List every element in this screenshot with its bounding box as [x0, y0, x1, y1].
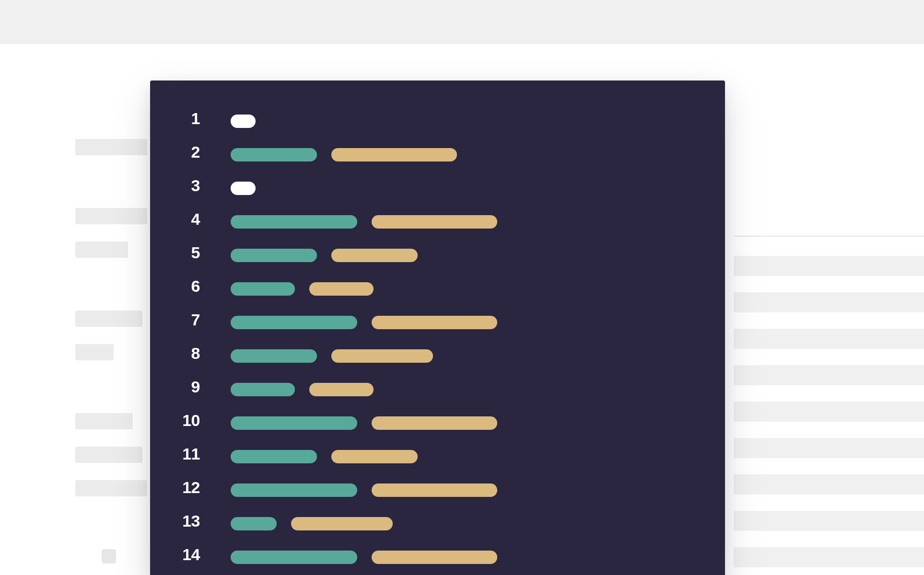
code-line[interactable]: 14 [150, 540, 725, 574]
sidebar-item [75, 242, 128, 258]
line-number: 8 [164, 344, 200, 363]
sidebar-skeleton [75, 139, 162, 564]
code-tokens [231, 450, 418, 463]
sidebar-item [75, 310, 142, 327]
code-line[interactable]: 7 [150, 306, 725, 339]
code-token-tan [372, 551, 497, 564]
sidebar-item [75, 447, 142, 463]
code-tokens [231, 182, 256, 195]
line-number: 7 [164, 310, 200, 329]
code-token-teal [231, 282, 295, 296]
code-tokens [231, 416, 497, 430]
code-line[interactable]: 11 [150, 440, 725, 473]
code-line[interactable]: 8 [150, 339, 725, 373]
code-line[interactable]: 1 [150, 104, 725, 138]
code-token-white [231, 182, 256, 195]
code-tokens [231, 483, 497, 497]
code-tokens [231, 148, 457, 161]
code-token-teal [231, 349, 317, 363]
line-number: 3 [164, 176, 200, 195]
line-number: 10 [164, 411, 200, 430]
line-number: 12 [164, 478, 200, 497]
code-tokens [231, 115, 256, 128]
line-number: 4 [164, 210, 200, 229]
code-tokens [231, 349, 433, 363]
code-tokens [231, 383, 374, 396]
top-strip [0, 0, 924, 44]
code-token-teal [231, 148, 317, 161]
right-divider [734, 236, 924, 237]
right-row [734, 402, 924, 422]
right-row [734, 329, 924, 349]
right-row [734, 511, 924, 531]
code-token-teal [231, 383, 295, 396]
code-token-tan [372, 316, 497, 329]
line-number: 2 [164, 143, 200, 161]
code-line[interactable]: 10 [150, 406, 725, 440]
code-token-teal [231, 249, 317, 262]
code-token-tan [331, 349, 433, 363]
code-line[interactable]: 12 [150, 473, 725, 507]
code-token-tan [331, 148, 457, 161]
code-line[interactable]: 6 [150, 272, 725, 306]
line-number: 5 [164, 243, 200, 262]
sidebar-item [75, 208, 147, 224]
code-token-teal [231, 416, 357, 430]
right-row [734, 474, 924, 494]
code-token-teal [231, 450, 317, 463]
code-tokens [231, 249, 418, 262]
code-token-tan [309, 383, 374, 396]
line-number: 13 [164, 512, 200, 530]
right-row [734, 365, 924, 385]
code-line[interactable]: 13 [150, 507, 725, 540]
right-row [734, 256, 924, 276]
code-token-tan [372, 215, 497, 229]
code-token-tan [331, 450, 418, 463]
code-line[interactable]: 4 [150, 205, 725, 239]
line-number: 1 [164, 109, 200, 128]
right-row [734, 547, 924, 567]
code-line[interactable]: 5 [150, 239, 725, 272]
sidebar-group [75, 208, 162, 258]
code-tokens [231, 517, 393, 530]
sidebar-group [75, 413, 162, 496]
code-token-teal [231, 517, 277, 530]
code-token-tan [331, 249, 418, 262]
sidebar-item [75, 344, 114, 360]
code-tokens [231, 215, 497, 229]
sidebar-checkbox [102, 549, 116, 564]
code-token-tan [309, 282, 374, 296]
line-number: 6 [164, 277, 200, 296]
line-number: 9 [164, 378, 200, 396]
code-token-teal [231, 483, 357, 497]
sidebar-item [75, 413, 133, 429]
sidebar-group [75, 310, 162, 360]
code-editor-panel[interactable]: 1234567891011121314 [150, 80, 725, 575]
line-number: 11 [164, 445, 200, 463]
code-tokens [231, 316, 497, 329]
sidebar-item [75, 480, 147, 496]
right-row [734, 292, 924, 312]
code-line[interactable]: 9 [150, 373, 725, 406]
code-token-teal [231, 316, 357, 329]
code-token-tan [372, 416, 497, 430]
code-tokens [231, 282, 374, 296]
code-token-teal [231, 215, 357, 229]
line-number: 14 [164, 545, 200, 564]
code-token-teal [231, 551, 357, 564]
code-line[interactable]: 2 [150, 138, 725, 172]
right-row [734, 438, 924, 458]
sidebar-item [75, 139, 147, 155]
code-token-white [231, 115, 256, 128]
sidebar-group [75, 139, 162, 155]
code-tokens [231, 551, 497, 564]
code-token-tan [372, 483, 497, 497]
code-line[interactable]: 3 [150, 172, 725, 205]
right-skeleton-rows [734, 236, 924, 575]
code-token-tan [291, 517, 393, 530]
